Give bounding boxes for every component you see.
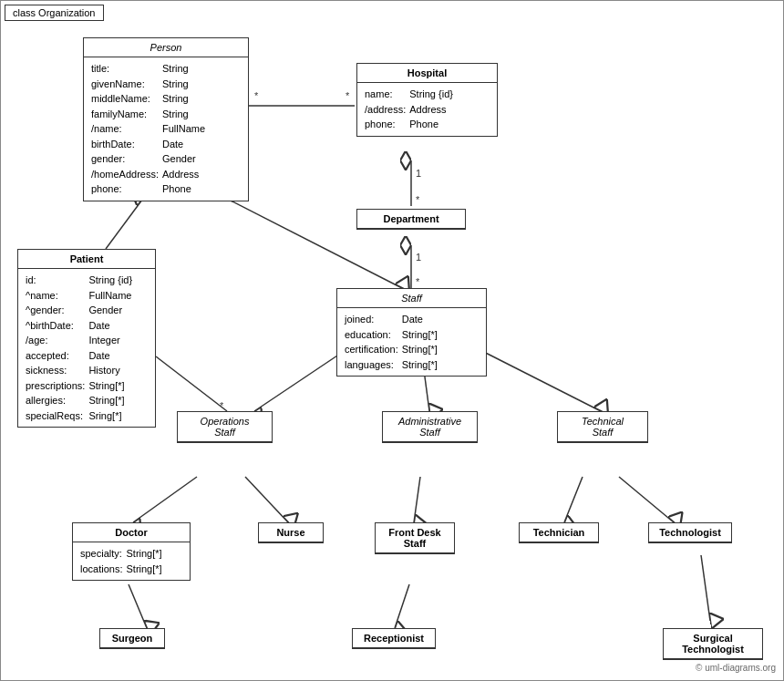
- hospital-title: Hospital: [407, 67, 447, 78]
- svg-text:*: *: [416, 194, 420, 205]
- front-desk-staff-box: Front DeskStaff: [375, 522, 455, 554]
- svg-text:*: *: [416, 276, 420, 287]
- person-box: Person title:String givenName:String mid…: [83, 37, 249, 201]
- admin-staff-header: AdministrativeStaff: [383, 412, 477, 442]
- nurse-box: Nurse: [258, 522, 324, 543]
- person-body: title:String givenName:String middleName…: [84, 57, 248, 201]
- technical-staff-title: TechnicalStaff: [582, 416, 624, 438]
- svg-text:*: *: [220, 400, 224, 411]
- person-title: Person: [150, 42, 182, 53]
- watermark-text: © uml-diagrams.org: [696, 663, 776, 673]
- surgical-technologist-title: SurgicalTechnologist: [682, 633, 744, 655]
- operations-staff-title: OperationsStaff: [201, 416, 250, 438]
- watermark: © uml-diagrams.org: [696, 663, 776, 673]
- department-title: Department: [383, 213, 438, 224]
- svg-line-23: [414, 477, 420, 522]
- patient-header: Patient: [18, 250, 155, 269]
- staff-header: Staff: [337, 289, 486, 308]
- title-text: class Organization: [13, 7, 96, 18]
- svg-line-25: [619, 477, 674, 522]
- front-desk-staff-title: Front DeskStaff: [388, 527, 440, 549]
- receptionist-title: Receptionist: [364, 633, 424, 644]
- doctor-box: Doctor specialty:String[*] locations:Str…: [72, 522, 191, 581]
- doctor-body: specialty:String[*] locations:String[*]: [73, 542, 190, 580]
- department-header: Department: [357, 210, 465, 229]
- receptionist-box: Receptionist: [352, 628, 436, 649]
- hospital-header: Hospital: [357, 64, 497, 83]
- svg-line-22: [245, 477, 288, 522]
- technologist-header: Technologist: [649, 523, 731, 542]
- admin-staff-title: AdministrativeStaff: [398, 416, 461, 438]
- svg-line-26: [129, 584, 147, 628]
- technician-title: Technician: [533, 527, 585, 538]
- svg-text:1: 1: [416, 168, 421, 179]
- svg-line-24: [564, 477, 583, 522]
- svg-line-27: [395, 584, 409, 628]
- svg-line-28: [701, 555, 710, 621]
- patient-box: Patient id:String {id} ^name:FullName ^g…: [17, 249, 156, 428]
- surgeon-title: Surgeon: [112, 633, 153, 644]
- operations-staff-box: OperationsStaff: [177, 411, 273, 443]
- surgical-technologist-box: SurgicalTechnologist: [663, 628, 763, 660]
- surgeon-header: Surgeon: [100, 629, 164, 648]
- technical-staff-header: TechnicalStaff: [558, 412, 647, 442]
- hospital-body: name:String {id} /address:Address phone:…: [357, 83, 497, 136]
- technologist-box: Technologist: [648, 522, 732, 543]
- staff-box: Staff joined:Date education:String[*] ce…: [336, 288, 487, 377]
- operations-staff-header: OperationsStaff: [178, 412, 272, 442]
- uml-diagram: * * 1 * 1 * * *: [0, 0, 784, 681]
- hospital-box: Hospital name:String {id} /address:Addre…: [356, 63, 498, 137]
- nurse-title: Nurse: [276, 527, 304, 538]
- technician-header: Technician: [520, 523, 598, 542]
- admin-staff-box: AdministrativeStaff: [382, 411, 478, 443]
- nurse-header: Nurse: [259, 523, 323, 542]
- department-box: Department: [356, 209, 466, 230]
- svg-line-15: [156, 356, 227, 411]
- svg-text:*: *: [346, 90, 350, 101]
- doctor-title: Doctor: [115, 527, 147, 538]
- surgical-technologist-header: SurgicalTechnologist: [664, 629, 762, 659]
- front-desk-staff-header: Front DeskStaff: [376, 523, 454, 553]
- svg-line-21: [133, 477, 197, 522]
- person-header: Person: [84, 38, 248, 57]
- staff-body: joined:Date education:String[*] certific…: [337, 308, 486, 376]
- doctor-header: Doctor: [73, 523, 190, 542]
- technician-box: Technician: [519, 522, 599, 543]
- svg-text:*: *: [254, 90, 259, 101]
- surgeon-box: Surgeon: [99, 628, 165, 649]
- svg-text:1: 1: [416, 252, 421, 263]
- receptionist-header: Receptionist: [353, 629, 435, 648]
- staff-title: Staff: [401, 293, 422, 304]
- technologist-title: Technologist: [659, 527, 721, 538]
- technical-staff-box: TechnicalStaff: [557, 411, 648, 443]
- svg-line-13: [106, 200, 142, 249]
- diagram-title: class Organization: [5, 5, 104, 21]
- patient-title: Patient: [70, 253, 104, 264]
- patient-body: id:String {id} ^name:FullName ^gender:Ge…: [18, 269, 155, 427]
